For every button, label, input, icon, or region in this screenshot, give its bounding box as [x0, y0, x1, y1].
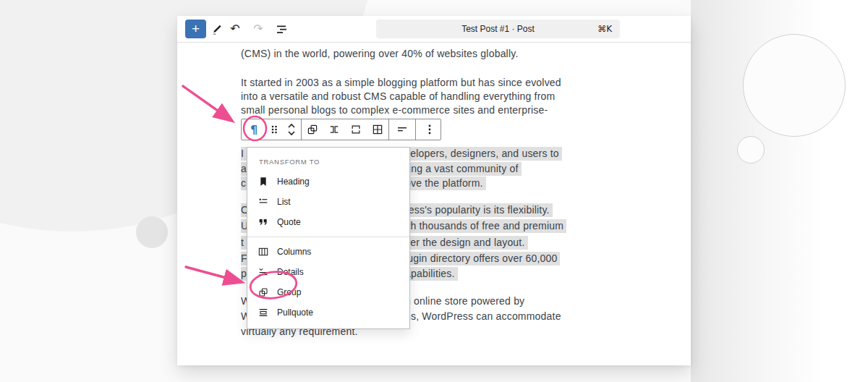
undo-icon: ↶	[230, 23, 239, 35]
text-line: ith thousands of free and premium	[403, 219, 566, 233]
grid-icon	[371, 123, 384, 136]
paragraph-block-button[interactable]: ¶	[242, 119, 266, 140]
drag-handle[interactable]	[266, 119, 282, 140]
drag-handle-icon	[270, 124, 278, 135]
menu-item-quote[interactable]: Quote	[247, 212, 409, 232]
list-view-icon	[276, 24, 287, 35]
block-toolbar: ¶	[241, 119, 441, 140]
text-line: ress's popularity is its flexibility.	[403, 203, 553, 217]
editor-canvas[interactable]: (CMS) in the world, powering over 40% of…	[177, 43, 691, 365]
menu-item-group[interactable]: Group	[247, 282, 409, 302]
redo-icon: ↷	[253, 23, 263, 35]
transform-menu-header: TRANSFORM TO	[247, 153, 409, 171]
text-line: ring a vast community of	[403, 162, 522, 176]
text-line: n online store powered by	[403, 294, 527, 308]
menu-item-label: Details	[277, 267, 304, 277]
text-line: lugin directory offers over 60,000	[403, 252, 560, 266]
decor-ring-small	[737, 136, 765, 164]
text-line: ver the design and layout.	[403, 236, 528, 250]
page-background: + ↶ ↷	[0, 0, 868, 382]
list-view-button[interactable]	[273, 20, 290, 38]
menu-item-pullquote[interactable]: Pullquote	[247, 302, 409, 323]
text-line: small personal blogs to complex e-commer…	[241, 103, 548, 117]
decor-circle-dot	[136, 216, 168, 248]
group-icon	[306, 123, 319, 136]
stack-icon	[349, 123, 362, 136]
text-line: apabilities.	[403, 267, 458, 281]
move-up-down-icon	[286, 123, 297, 136]
stack-button[interactable]	[345, 119, 367, 140]
menu-item-details[interactable]: Details	[247, 262, 409, 282]
quote-icon	[258, 216, 269, 228]
group-icon	[258, 286, 269, 298]
command-shortcut: ⌘K	[597, 24, 612, 34]
align-text-icon	[396, 123, 409, 136]
menu-item-label: Heading	[277, 177, 310, 187]
paragraph-icon: ¶	[250, 123, 258, 137]
menu-item-columns[interactable]: Columns	[247, 242, 409, 262]
menu-item-list[interactable]: List	[247, 192, 409, 212]
undo-button[interactable]: ↶	[226, 20, 244, 38]
document-title: Test Post #1 · Post	[461, 24, 535, 34]
more-vertical-icon	[425, 124, 435, 135]
list-icon	[258, 196, 269, 208]
text-line: velopers, designers, and users to	[403, 147, 562, 161]
transform-menu: TRANSFORM TO Heading List	[247, 147, 410, 329]
editor-header: + ↶ ↷	[177, 16, 691, 43]
menu-separator	[247, 237, 409, 237]
menu-item-label: Group	[277, 287, 301, 297]
grid-button[interactable]	[367, 119, 388, 140]
redo-button[interactable]: ↷	[250, 20, 267, 38]
pencil-icon	[211, 24, 222, 35]
menu-item-label: Pullquote	[277, 307, 313, 318]
group-button[interactable]	[302, 119, 323, 140]
menu-item-label: Columns	[277, 247, 311, 257]
menu-item-label: List	[277, 197, 291, 207]
heading-icon	[258, 176, 269, 187]
block-mover[interactable]	[282, 119, 301, 140]
decor-ring-large	[743, 34, 846, 137]
edit-mode-button[interactable]	[208, 20, 225, 38]
row-icon	[328, 123, 341, 136]
document-title-bar[interactable]: Test Post #1 · Post ⌘K	[376, 20, 620, 38]
menu-item-label: Quote	[277, 217, 301, 227]
pullquote-icon	[258, 307, 269, 318]
text-line: It started in 2003 as a simple blogging …	[241, 76, 561, 90]
text-line: ove the platform.	[403, 177, 486, 190]
block-inserter-button[interactable]: +	[185, 20, 206, 38]
editor-window: + ↶ ↷	[177, 16, 691, 365]
columns-icon	[258, 246, 269, 258]
details-icon	[258, 266, 269, 278]
text-line: ns, WordPress can accommodate	[403, 310, 564, 323]
text-line: into a versatile and robust CMS capable …	[241, 90, 555, 103]
text-line: (CMS) in the world, powering over 40% of…	[241, 47, 518, 61]
block-options-button[interactable]	[416, 119, 443, 140]
menu-item-heading[interactable]: Heading	[247, 171, 409, 192]
align-text-button[interactable]	[389, 119, 415, 140]
row-button[interactable]	[323, 119, 345, 140]
